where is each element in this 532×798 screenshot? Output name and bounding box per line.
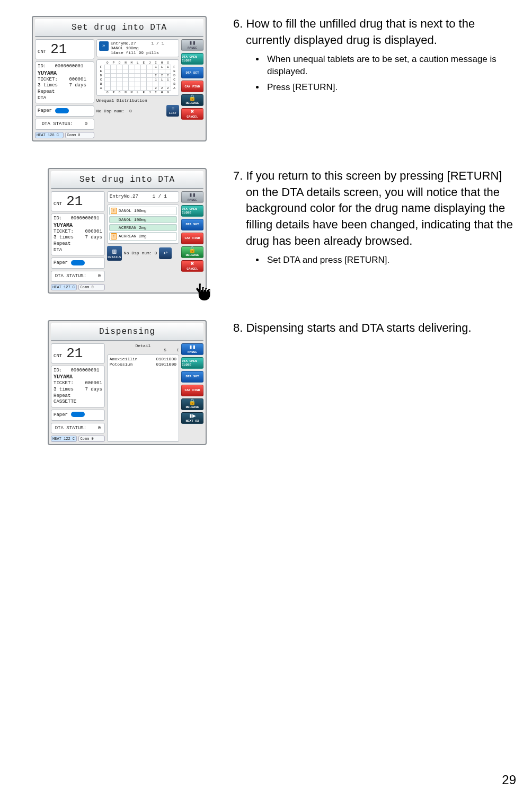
unequal-label: Unequal Distribution <box>96 98 179 103</box>
dta-status: DTA STATUS: 0 <box>42 121 87 127</box>
dta-open-label: DTA OPEN CLOSE <box>182 359 203 367</box>
can-find-label: CAN FIND <box>185 388 200 392</box>
cancel-button[interactable]: ✖CANCEL <box>181 108 203 120</box>
step-7-row: Set drug into DTA CNT 21 ID: 0000000001 … <box>32 168 516 294</box>
cassette-line: CASSETTE <box>54 399 102 405</box>
patient-panel: ID: 0000000001 YUYAMA TICKET: 000001 3 t… <box>35 61 94 103</box>
patient-panel: ID: 0000000001 YUYAMA TICKET: 000001 3 t… <box>51 214 105 255</box>
step8-text: 8. Dispensing starts and DTA starts deli… <box>233 320 516 341</box>
can-find-label: CAN FIND <box>185 85 200 88</box>
release-button[interactable]: 🔒RELEASE <box>181 398 203 410</box>
pause-button[interactable]: ▮▮PAUSE <box>181 343 203 355</box>
pause-icon: ▮▮ <box>189 192 196 198</box>
bottom-row: ▥ DETAILS No Dsp num: 0 ↩ <box>107 246 179 261</box>
dta-set-label: DTA SET <box>185 71 199 75</box>
drug-name: DANOL 100mg <box>119 217 147 222</box>
repeat-line: Repeat <box>38 89 92 95</box>
screenshot-2: Set drug into DTA CNT 21 ID: 0000000001 … <box>48 168 207 294</box>
pause-label: PAUSE <box>188 350 197 354</box>
dta-status-panel: DTA STATUS: 0 <box>51 271 105 282</box>
step7-sub-0: Set DTA and press [RETURN]. <box>265 254 516 267</box>
paper-panel: Paper <box>51 258 105 269</box>
dta-set-button[interactable]: DTA SET <box>181 371 203 383</box>
entry-label: EntryNo.27 1 / 1 <box>110 194 167 199</box>
drug-name: ACRREAN 2mg <box>119 225 147 230</box>
detail-title: Detail <box>107 343 179 348</box>
step6-sub-0: When unequal tablets are to be set, a ca… <box>265 53 516 78</box>
detail-name-1: Amoxicillin <box>110 357 138 361</box>
step7-text: 7. If you return to this screen by press… <box>233 168 516 270</box>
close-icon: ✖ <box>191 261 194 267</box>
detail-row: Potossium 01011000 <box>110 362 176 367</box>
entry-header: EntryNo.27 1 / 1 DANOL 100mg 14ase fill … <box>111 41 164 55</box>
can-find-button[interactable]: CAN FIND <box>181 233 203 244</box>
next-rx-button[interactable]: ▮▶NEXT RX <box>181 412 203 424</box>
dta-status-panel: DTA STATUS: 0 <box>35 119 94 130</box>
side-buttons: ▮▮PAUSE DTA OPEN CLOSE DTA SET CAN FIND … <box>181 191 203 290</box>
next-rx-label: NEXT RX <box>185 419 199 423</box>
status-row: HEAT 122 C Comm 0 <box>51 436 105 442</box>
pause-label: PAUSE <box>188 198 197 202</box>
dta-open-close-button[interactable]: DTA OPEN CLOSE <box>181 205 203 217</box>
pause-button[interactable]: ▮▮PAUSE <box>181 191 203 203</box>
ticket-line: TICKET: 000001 <box>38 77 92 83</box>
can-find-label: CAN FIND <box>185 236 200 240</box>
cnt-label: CNT <box>54 353 62 359</box>
pause-icon: ▮▮ <box>189 40 196 46</box>
heat-chip: HEAT 127 C <box>51 284 77 290</box>
step8-main: 8. Dispensing starts and DTA starts deli… <box>233 320 516 336</box>
can-find-button[interactable]: CAN FIND <box>181 385 203 396</box>
cnt-value: 21 <box>66 193 83 209</box>
return-button[interactable]: ↩ <box>159 247 172 259</box>
ss2-title: Set drug into DTA <box>51 171 203 189</box>
manual-page: Set drug into DTA CNT 21 ID: 0000000001 … <box>0 0 532 445</box>
pause-button[interactable]: ▮▮PAUSE <box>181 39 203 51</box>
detail-row: Amoxicillin 01011000 <box>110 357 176 361</box>
dta-open-close-button[interactable]: DTA OPEN CLOSE <box>181 53 203 65</box>
cnt-panel: CNT 21 <box>51 343 105 363</box>
dta-open-close-button[interactable]: DTA OPEN CLOSE <box>181 357 203 369</box>
col-e: E <box>177 348 179 352</box>
drug-row[interactable]: !ACRREAN 2mg <box>109 232 177 241</box>
cnt-label: CNT <box>54 201 62 207</box>
cnt-value: 21 <box>66 345 83 361</box>
detail-code-2: 01011000 <box>156 362 176 367</box>
drug-name: DANOL 100mg <box>119 208 147 213</box>
times-line: 3 times 7 days <box>54 387 102 393</box>
release-label: RELEASE <box>185 101 199 105</box>
release-button[interactable]: 🔓RELEASE <box>181 246 203 258</box>
cancel-label: CANCEL <box>187 115 198 119</box>
cancel-button[interactable]: ✖CANCEL <box>181 260 203 272</box>
details-button[interactable]: ▥ DETAILS <box>107 246 122 261</box>
dta-set-label: DTA SET <box>185 375 199 378</box>
details-label: DETAILS <box>108 255 121 259</box>
can-find-button[interactable]: CAN FIND <box>181 81 203 92</box>
next-icon: » <box>99 41 109 51</box>
detail-list: Amoxicillin 01011000 Potossium 01011000 <box>107 354 179 442</box>
detail-cols: S E <box>107 348 179 352</box>
release-button[interactable]: 🔒RELEASE <box>181 94 203 106</box>
drug-row-browsed[interactable]: ACRREAN 2mg <box>109 224 177 231</box>
unlock-icon: 🔓 <box>189 247 196 253</box>
ticket-line: TICKET: 000001 <box>54 229 102 235</box>
drug-row[interactable]: !DANOL 100mg <box>109 207 177 215</box>
cnt-value: 21 <box>50 41 67 57</box>
dta-set-button[interactable]: DTA SET <box>181 219 203 230</box>
dta-status-panel: DTA STATUS: 0 <box>51 423 105 434</box>
screenshot-1: Set drug into DTA CNT 21 ID: 0000000001 … <box>32 16 207 141</box>
close-icon: ✖ <box>191 109 194 115</box>
dta-open-label: DTA OPEN CLOSE <box>182 207 203 215</box>
patient-name: YUYAMA <box>38 70 92 77</box>
side-buttons: ▮▮PAUSE DTA OPEN CLOSE DTA SET CAN FIND … <box>181 343 203 442</box>
drug-row-browsed[interactable]: DANOL 100mg <box>109 216 177 223</box>
heat-chip: HEAT 122 C <box>51 436 77 442</box>
list-button[interactable]: ☰ LIST <box>166 105 179 117</box>
patient-panel: ID: 0000000001 YUYAMA TICKET: 000001 3 t… <box>51 366 105 407</box>
dta-set-button[interactable]: DTA SET <box>181 67 203 78</box>
paper-panel: Paper <box>51 410 105 421</box>
cnt-panel: CNT 21 <box>51 191 105 211</box>
list-button-label: LIST <box>169 111 176 115</box>
times-line: 3 times 7 days <box>38 83 92 89</box>
dta-line: DTA <box>54 247 102 254</box>
dta-status: DTA STATUS: 0 <box>55 273 101 279</box>
